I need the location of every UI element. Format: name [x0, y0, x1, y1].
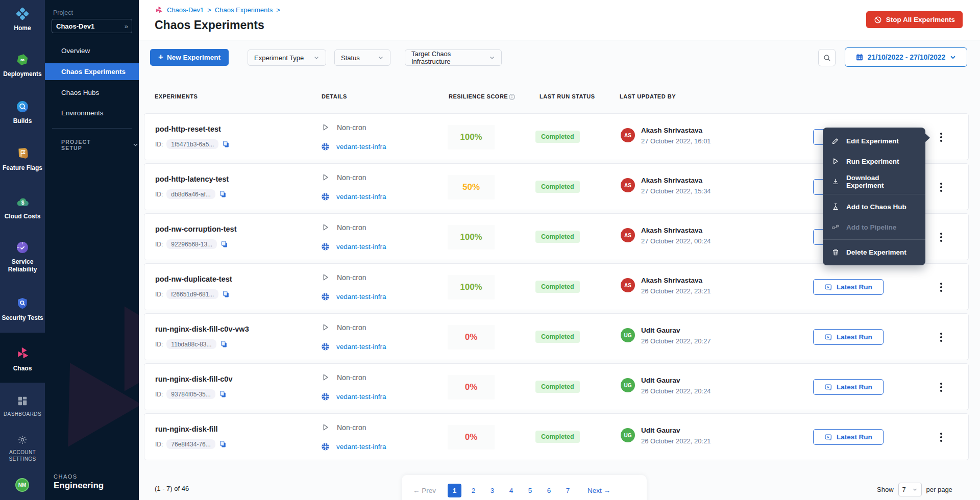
pagination-page-3[interactable]: 3	[485, 484, 499, 497]
rail-item-cloud-costs[interactable]: $ Cloud Costs	[0, 195, 45, 220]
row-menu-button[interactable]	[935, 278, 948, 297]
row-menu-button[interactable]	[935, 328, 948, 347]
experiment-name[interactable]: run-nginx-disk-fill-c0v-vw3	[155, 325, 249, 333]
menu-item-add-to-chaos-hub[interactable]: Add to Chaos Hub	[823, 196, 925, 217]
rail-item-home[interactable]: Home	[0, 7, 45, 32]
schedule-detail: Non-cron	[321, 373, 366, 382]
sidebar-item-chaos-hubs[interactable]: Chaos Hubs	[45, 85, 139, 100]
breadcrumb-link-chaos-experiments[interactable]: Chaos Experiments	[215, 6, 273, 14]
page-size-select[interactable]: 7	[898, 483, 922, 496]
table-row[interactable]: pod-nw-duplicate-test ID: f26651d9-681..…	[144, 263, 969, 310]
pagination-page-2[interactable]: 2	[467, 484, 480, 497]
copy-icon[interactable]	[222, 140, 230, 148]
table-row[interactable]: run-nginx-disk-fill-c0v-vw3 ID: 11bda88c…	[144, 313, 969, 360]
user-avatar[interactable]: NM	[15, 478, 29, 492]
chaos-logo-watermark	[45, 286, 139, 500]
rail-item-service-reliability[interactable]: Service Reliability	[0, 241, 45, 273]
stop-all-experiments-button[interactable]: Stop All Experiments	[866, 11, 963, 28]
panel-divider	[52, 128, 132, 129]
pagination-range: (1 - 7) of 46	[155, 485, 189, 492]
pagination-page-4[interactable]: 4	[504, 484, 518, 497]
menu-item-run-experiment[interactable]: Run Experiment	[823, 151, 925, 171]
pagination-page-1[interactable]: 1	[448, 484, 461, 497]
experiment-id: 76e8f434-76...	[166, 439, 215, 449]
infrastructure-detail: vedant-test-infra	[321, 342, 386, 351]
experiment-name[interactable]: pod-http-reset-test	[155, 125, 221, 133]
sidebar-item-chaos-experiments[interactable]: Chaos Experiments	[45, 63, 139, 80]
copy-icon[interactable]	[220, 240, 228, 248]
pagination-page-7[interactable]: 7	[561, 484, 575, 497]
infrastructure-link[interactable]: vedant-test-infra	[336, 343, 386, 351]
pagination-page-6[interactable]: 6	[542, 484, 556, 497]
cloud-costs-icon: $	[16, 195, 30, 211]
table-row[interactable]: run-nginx-disk-fill ID: 76e8f434-76... N…	[144, 413, 969, 460]
infrastructure-link[interactable]: vedant-test-infra	[336, 243, 386, 251]
info-icon[interactable]	[508, 93, 516, 102]
filter-target-chaos-infrastructure[interactable]: Target Chaos Infrastructure	[405, 49, 502, 66]
copy-icon[interactable]	[222, 290, 230, 298]
experiment-name[interactable]: run-nginx-disk-fill	[155, 425, 217, 433]
rail-item-feature-flags[interactable]: Feature Flags	[0, 147, 45, 172]
breadcrumb-separator: >	[276, 6, 280, 14]
rail-item-builds[interactable]: Builds	[0, 100, 45, 125]
id-label: ID:	[155, 191, 163, 198]
experiment-name[interactable]: run-nginx-disk-fill-c0v	[155, 375, 232, 383]
infrastructure-link[interactable]: vedant-test-infra	[336, 293, 386, 301]
rail-item-dashboards[interactable]: DASHBOARDS	[0, 395, 45, 417]
rail-item-deployments[interactable]: ∞ Deployments	[0, 53, 45, 78]
infrastructure-link[interactable]: vedant-test-infra	[336, 193, 386, 201]
experiment-name[interactable]: pod-http-latency-test	[155, 175, 229, 183]
sidebar-item-environments[interactable]: Environments	[45, 105, 139, 120]
rail-item-security-tests[interactable]: Security Tests	[0, 297, 45, 322]
builds-icon	[16, 100, 29, 115]
row-menu-button[interactable]	[935, 178, 948, 197]
rail-item-chaos[interactable]: Chaos	[0, 346, 45, 372]
menu-item-download-experiment[interactable]: Download Experiment	[823, 171, 925, 192]
latest-run-button[interactable]: Latest Run	[813, 429, 884, 445]
menu-item-delete-experiment[interactable]: Delete Experiment	[823, 242, 925, 262]
updated-by-name: Akash Shrivastava	[641, 177, 702, 184]
row-menu-button[interactable]	[935, 428, 948, 447]
copy-icon[interactable]	[219, 390, 227, 398]
id-label: ID:	[155, 241, 163, 248]
id-label: ID:	[155, 141, 163, 148]
filter-experiment-type[interactable]: Experiment Type	[248, 49, 326, 66]
infrastructure-link[interactable]: vedant-test-infra	[336, 393, 386, 401]
deployments-icon: ∞	[16, 53, 29, 68]
menu-divider	[823, 194, 925, 194]
table-row[interactable]: run-nginx-disk-fill-c0v ID: 93784f05-35.…	[144, 363, 969, 410]
pagination-page-5[interactable]: 5	[523, 484, 537, 497]
infrastructure-link[interactable]: vedant-test-infra	[336, 443, 386, 451]
updated-at: 26 October 2022, 20:27	[641, 337, 711, 345]
filter-status[interactable]: Status	[334, 49, 390, 66]
row-menu-button[interactable]	[935, 128, 948, 147]
chevron-down-icon	[912, 487, 918, 492]
row-menu-button[interactable]	[935, 228, 948, 247]
new-experiment-button[interactable]: + New Experiment	[150, 49, 229, 66]
updated-by-name: Akash Shrivastava	[641, 127, 702, 134]
play-outline-icon	[321, 323, 330, 332]
copy-icon[interactable]	[220, 340, 228, 348]
breadcrumb-link-project[interactable]: Chaos-Dev1	[167, 6, 204, 14]
rail-item-account-settings[interactable]: ACCOUNT SETTINGS	[0, 435, 45, 462]
date-range-picker[interactable]: 21/10/2022 - 27/10/2022	[845, 47, 967, 67]
infrastructure-link[interactable]: vedant-test-infra	[336, 143, 386, 151]
project-selector[interactable]: Chaos-Dev1 »	[52, 19, 132, 33]
latest-run-button[interactable]: Latest Run	[813, 279, 884, 295]
column-resilience-score: RESILIENCE SCORE	[449, 93, 508, 99]
copy-icon[interactable]	[219, 440, 227, 448]
search-button[interactable]	[818, 49, 836, 66]
row-menu-button[interactable]	[935, 378, 948, 397]
experiment-name[interactable]: pod-nw-corruption-test	[155, 225, 236, 233]
experiment-name[interactable]: pod-nw-duplicate-test	[155, 275, 232, 283]
kubernetes-icon	[321, 292, 330, 301]
pagination-prev[interactable]: ← Prev	[413, 487, 436, 494]
collapse-chevrons-icon[interactable]: »	[125, 22, 128, 30]
latest-run-button[interactable]: Latest Run	[813, 329, 884, 345]
pagination-next[interactable]: Next →	[587, 487, 610, 494]
menu-item-edit-experiment[interactable]: Edit Experiment	[823, 131, 925, 151]
latest-run-button[interactable]: Latest Run	[813, 379, 884, 395]
project-setup-toggle[interactable]: PROJECT SETUP	[61, 139, 139, 151]
sidebar-item-overview[interactable]: Overview	[45, 43, 139, 58]
copy-icon[interactable]	[219, 190, 227, 198]
